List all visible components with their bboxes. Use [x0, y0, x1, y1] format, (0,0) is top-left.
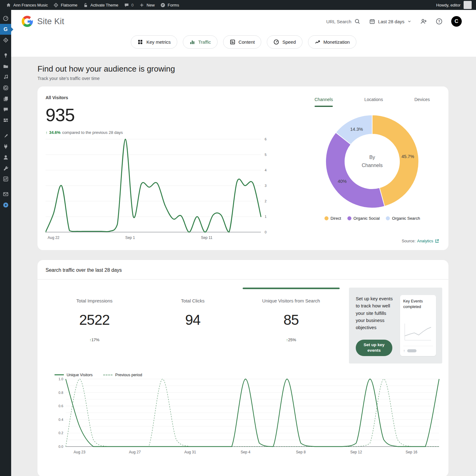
search-traffic-title: Search traffic over the last 28 days	[37, 260, 448, 280]
donut-tab-locations[interactable]: Locations	[359, 97, 388, 107]
sidebar-item-users[interactable]	[0, 152, 11, 163]
donut-tab-label: Channels	[315, 97, 333, 102]
site-avatar[interactable]: C	[451, 16, 462, 27]
sidebar-item-plugins[interactable]	[0, 141, 11, 152]
grid-icon	[137, 39, 143, 45]
admin-bar-activate-theme[interactable]: Activate Theme	[80, 0, 121, 10]
wp-admin-bar: Ann Frances Music Flatsome Activate Them…	[0, 0, 476, 10]
change-value: 34.6%	[49, 130, 61, 135]
analytics-link[interactable]: Analytics	[417, 239, 439, 243]
svg-text:Sep 11: Sep 11	[201, 236, 212, 240]
sidebar-item-appearance[interactable]	[0, 130, 11, 141]
legend-dot	[386, 216, 390, 220]
stats-grid: Total Impressions2522↑17%Total Clicks94U…	[45, 288, 340, 364]
music-icon	[3, 74, 9, 80]
channels-donut-chart: 45.7%40%14.3% By Channels	[323, 112, 422, 211]
chevron-down-icon	[407, 19, 412, 24]
admin-bar-site[interactable]: Ann Frances Music	[3, 0, 51, 10]
date-range-selector[interactable]: Last 28 days	[369, 18, 412, 24]
admin-bar-new[interactable]: New	[136, 0, 157, 10]
comments-count: 0	[131, 3, 134, 7]
tab-key-metrics[interactable]: Key metrics	[131, 35, 177, 49]
sidebar-item-layout[interactable]	[0, 115, 11, 126]
site-avatar-letter: C	[455, 18, 458, 24]
plugins-icon	[3, 143, 9, 149]
admin-bar-comments[interactable]: 0	[121, 0, 136, 10]
donut-tabs: ChannelsLocationsDevices	[305, 97, 439, 107]
sidebar-item-video[interactable]	[0, 200, 11, 210]
stat-value: 94	[143, 311, 242, 328]
tab-monetization[interactable]: Monetization	[308, 35, 356, 49]
admin-bar-forms[interactable]: Forms	[157, 0, 182, 10]
legend-label: Organic Search	[392, 216, 420, 221]
sidebar-item-posts[interactable]	[0, 50, 11, 61]
svg-text:45.7%: 45.7%	[401, 154, 414, 159]
sidebar-item-g-plugin[interactable]	[0, 82, 11, 93]
person-add-icon[interactable]	[420, 18, 427, 25]
tab-label: Traffic	[198, 39, 211, 45]
site-name: Ann Frances Music	[13, 3, 48, 7]
admin-bar-theme[interactable]: Flatsome	[51, 0, 80, 10]
svg-text:Sep 12: Sep 12	[350, 450, 362, 454]
donut-tab-channels[interactable]: Channels	[310, 97, 338, 107]
howdy-label[interactable]: Howdy, editor	[436, 3, 461, 7]
activate-theme-label: Activate Theme	[90, 3, 118, 7]
donut-legend: DirectOrganic SocialOrganic Search	[305, 216, 439, 221]
sidebar-item-tools[interactable]	[0, 163, 11, 174]
stat-unique-visitors-from-search[interactable]: Unique Visitors from Search85↑25%	[242, 288, 340, 364]
legend-dot	[347, 216, 351, 220]
svg-text:0.2: 0.2	[59, 431, 63, 435]
sidebar-item-dashboard[interactable]	[0, 13, 11, 24]
source-row: Source: Analytics	[305, 234, 439, 243]
url-search[interactable]: URL Search	[326, 18, 360, 24]
svg-text:Sep 8: Sep 8	[296, 450, 306, 454]
legend-item-unique-visitors: Unique Visitors	[55, 373, 93, 377]
tab-speed[interactable]: Speed	[267, 35, 302, 49]
google-logo-icon	[22, 16, 33, 27]
key-events-sparkline	[403, 322, 432, 343]
stat-total-clicks[interactable]: Total Clicks94	[143, 288, 242, 364]
svg-text:1: 1	[265, 215, 267, 218]
svg-text:Sep 4: Sep 4	[241, 450, 251, 454]
stat-total-impressions[interactable]: Total Impressions2522↑17%	[45, 288, 143, 364]
mail-icon	[3, 191, 9, 197]
donut-tab-label: Devices	[414, 97, 430, 102]
sidebar-item-pages[interactable]	[0, 93, 11, 104]
help-icon[interactable]: ?	[436, 18, 443, 25]
svg-text:0: 0	[265, 230, 267, 234]
tab-label: Key metrics	[146, 39, 170, 45]
sidebar-item-media[interactable]	[0, 61, 11, 72]
tab-content[interactable]: Content	[223, 35, 262, 49]
theme-label: Flatsome	[61, 3, 77, 7]
all-visitors-label: All Visitors	[46, 95, 294, 100]
stat-value: 2522	[45, 311, 143, 328]
users-icon	[3, 154, 9, 160]
sidebar-item-site-kit[interactable]: G	[0, 24, 11, 35]
tools-icon	[3, 165, 9, 171]
tab-label: Content	[239, 39, 255, 45]
visitors-line-chart: 0123456Aug 22Sep 1Sep 11	[46, 137, 276, 242]
setup-key-events-button[interactable]: Set up key events	[356, 340, 392, 356]
page-subtitle: Track your site’s traffic over time	[37, 76, 448, 81]
donut-tab-devices[interactable]: Devices	[409, 97, 435, 107]
sidebar-item-flatsome[interactable]	[0, 35, 11, 46]
posts-icon	[3, 52, 9, 58]
svg-text:Aug 23: Aug 23	[74, 450, 86, 454]
sidebar-item-updates[interactable]	[0, 174, 11, 184]
legend-item-organic-social: Organic Social	[347, 216, 380, 221]
legend-item-direct: Direct	[324, 216, 341, 221]
stat-change: ↑25%	[242, 337, 340, 342]
svg-text:3: 3	[265, 184, 267, 187]
legend-label: Organic Social	[354, 216, 380, 221]
svg-text:Aug 22: Aug 22	[48, 236, 60, 240]
sidebar-item-music[interactable]	[0, 72, 11, 82]
svg-text:Sep 1: Sep 1	[125, 236, 135, 240]
comment-icon	[124, 2, 129, 8]
dashboard-icon	[3, 15, 9, 21]
user-avatar[interactable]	[464, 1, 472, 9]
legend-dot	[324, 216, 328, 220]
search-traffic-card: Search traffic over the last 28 days Tot…	[37, 260, 448, 476]
sidebar-item-mail[interactable]	[0, 189, 11, 200]
sidebar-item-comments[interactable]	[0, 104, 11, 115]
tab-traffic[interactable]: Traffic	[183, 35, 218, 49]
